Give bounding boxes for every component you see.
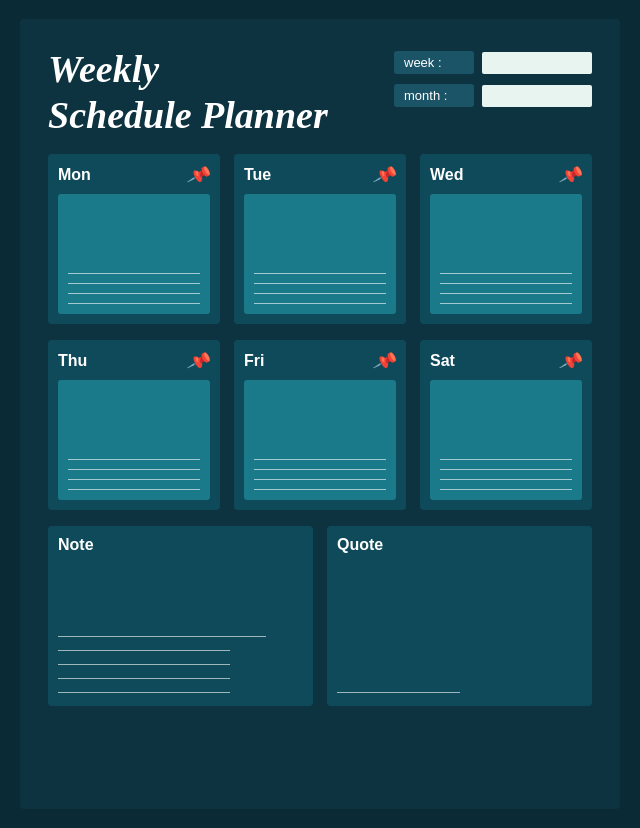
title-line2: Schedule Planner: [48, 94, 328, 136]
month-input[interactable]: [482, 85, 592, 107]
pin-icon-tue: 📌: [372, 162, 399, 189]
note-section-label: Note: [58, 536, 303, 554]
line: [58, 678, 230, 679]
day-content-tue[interactable]: [244, 194, 396, 314]
title-line1: Weekly: [48, 48, 159, 90]
day-label-sat: Sat: [430, 352, 455, 370]
pin-icon-mon: 📌: [186, 162, 213, 189]
line: [440, 273, 572, 274]
planner: Weekly Schedule Planner week : month : M…: [20, 19, 620, 809]
line: [254, 469, 386, 470]
line: [254, 489, 386, 490]
line: [440, 303, 572, 304]
pin-icon-sat: 📌: [558, 348, 585, 375]
day-card-tue: Tue 📌: [234, 154, 406, 324]
day-content-wed[interactable]: [430, 194, 582, 314]
day-label-fri: Fri: [244, 352, 264, 370]
line: [254, 283, 386, 284]
day-card-sat: Sat 📌: [420, 340, 592, 510]
field-group: week : month :: [394, 51, 592, 107]
month-row: month :: [394, 84, 592, 107]
quote-card: Quote: [327, 526, 592, 706]
line: [337, 692, 460, 693]
month-label: month :: [394, 84, 474, 107]
line: [68, 489, 200, 490]
day-label-mon: Mon: [58, 166, 91, 184]
line: [58, 636, 266, 637]
day-header-tue: Tue 📌: [244, 164, 396, 186]
line: [440, 489, 572, 490]
day-card-thu: Thu 📌: [48, 340, 220, 510]
line: [440, 283, 572, 284]
week-input[interactable]: [482, 52, 592, 74]
line: [68, 479, 200, 480]
day-header-thu: Thu 📌: [58, 350, 210, 372]
day-header-fri: Fri 📌: [244, 350, 396, 372]
line: [254, 303, 386, 304]
note-content[interactable]: [58, 562, 303, 696]
day-header-mon: Mon 📌: [58, 164, 210, 186]
days-grid-top: Mon 📌 Tue 📌 Wed: [48, 154, 592, 324]
line: [440, 479, 572, 480]
line: [68, 293, 200, 294]
line: [68, 469, 200, 470]
day-header-sat: Sat 📌: [430, 350, 582, 372]
quote-content[interactable]: [337, 562, 582, 696]
pin-icon-wed: 📌: [558, 162, 585, 189]
line: [440, 469, 572, 470]
day-card-fri: Fri 📌: [234, 340, 406, 510]
day-content-thu[interactable]: [58, 380, 210, 500]
day-card-wed: Wed 📌: [420, 154, 592, 324]
day-header-wed: Wed 📌: [430, 164, 582, 186]
day-label-tue: Tue: [244, 166, 271, 184]
line: [440, 293, 572, 294]
line: [58, 650, 230, 651]
day-content-mon[interactable]: [58, 194, 210, 314]
quote-section-label: Quote: [337, 536, 582, 554]
line: [68, 303, 200, 304]
pin-icon-thu: 📌: [186, 348, 213, 375]
day-content-sat[interactable]: [430, 380, 582, 500]
title: Weekly Schedule Planner: [48, 47, 328, 138]
line: [58, 692, 230, 693]
line: [254, 273, 386, 274]
day-content-fri[interactable]: [244, 380, 396, 500]
line: [254, 479, 386, 480]
line: [68, 283, 200, 284]
line: [58, 664, 230, 665]
line: [440, 459, 572, 460]
header: Weekly Schedule Planner week : month :: [48, 47, 592, 138]
week-row: week :: [394, 51, 592, 74]
day-label-wed: Wed: [430, 166, 463, 184]
line: [254, 459, 386, 460]
line: [68, 459, 200, 460]
line: [254, 293, 386, 294]
bottom-grid: Note Quote: [48, 526, 592, 706]
note-card: Note: [48, 526, 313, 706]
day-card-mon: Mon 📌: [48, 154, 220, 324]
week-label: week :: [394, 51, 474, 74]
pin-icon-fri: 📌: [372, 348, 399, 375]
day-label-thu: Thu: [58, 352, 87, 370]
line: [68, 273, 200, 274]
days-grid-bottom: Thu 📌 Fri 📌 Sat: [48, 340, 592, 510]
